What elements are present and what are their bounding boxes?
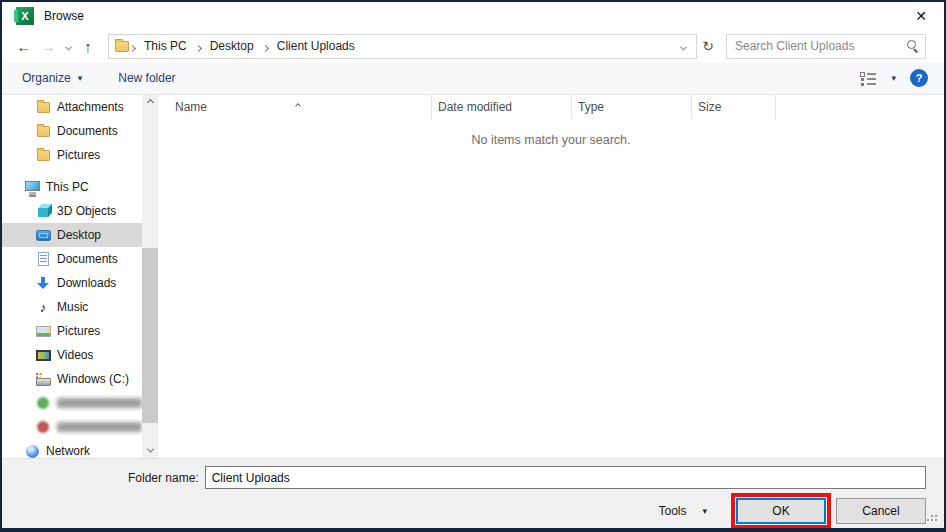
sidebar-item-music[interactable]: ♪ Music [2, 295, 142, 319]
breadcrumb-desktop[interactable]: Desktop [202, 39, 262, 53]
file-list-pane: Name Date modified Type Size No items ma… [158, 95, 944, 458]
sidebar-item-pictures-pinned[interactable]: Pictures [2, 143, 142, 167]
video-icon [35, 347, 51, 363]
sidebar-item-3d-objects[interactable]: 3D Objects [2, 199, 142, 223]
redacted-label [57, 398, 142, 408]
button-row: Tools ▾ OK Cancel [2, 493, 944, 529]
sidebar-item-this-pc[interactable]: This PC [2, 175, 142, 199]
red-annotation-box: OK [731, 493, 831, 529]
scrollbar-thumb[interactable] [142, 248, 158, 423]
sidebar-item-redacted-2[interactable] [2, 415, 142, 439]
excel-app-icon: X [16, 7, 34, 25]
navigation-pane: Attachments Documents Pictures This PC [2, 95, 158, 458]
breadcrumb-client-uploads[interactable]: Client Uploads [269, 39, 363, 53]
green-status-icon [35, 395, 51, 411]
ok-button[interactable]: OK [736, 498, 826, 524]
sidebar-item-desktop[interactable]: Desktop [2, 223, 142, 247]
drive-icon [35, 371, 51, 387]
tools-button[interactable]: Tools ▾ [658, 504, 707, 518]
up-icon[interactable]: ↑ [76, 38, 100, 55]
computer-icon [24, 179, 40, 195]
tools-dropdown-icon: ▾ [702, 506, 707, 516]
view-dropdown-icon[interactable]: ▾ [891, 73, 896, 83]
search-box[interactable] [726, 34, 926, 59]
column-header-size[interactable]: Size [692, 95, 776, 119]
breadcrumb-this-pc[interactable]: This PC [136, 39, 195, 53]
sort-ascending-icon [296, 97, 300, 111]
3d-cube-icon [35, 203, 51, 219]
scroll-up-icon[interactable] [142, 95, 158, 110]
folder-tree: Attachments Documents Pictures This PC [2, 95, 142, 458]
picture-icon [35, 323, 51, 339]
title-bar: X Browse ✕ [2, 2, 944, 30]
browse-dialog: X Browse ✕ ← → ↑ This PC Desktop Client … [0, 0, 946, 532]
sidebar-item-attachments[interactable]: Attachments [2, 95, 142, 119]
scroll-down-icon[interactable] [142, 443, 158, 458]
help-icon[interactable]: ? [910, 69, 928, 87]
dialog-footer: Folder name: Tools ▾ OK Cancel [2, 458, 944, 528]
toolbar-right: ▾ ? [860, 69, 928, 87]
folder-icon [35, 147, 51, 163]
sidebar-item-pictures[interactable]: Pictures [2, 319, 142, 343]
breadcrumb-separator-icon [263, 37, 268, 55]
search-input[interactable] [735, 39, 905, 53]
red-status-icon [35, 419, 51, 435]
sidebar-item-documents-pinned[interactable]: Documents [2, 119, 142, 143]
sidebar-item-downloads[interactable]: Downloads [2, 271, 142, 295]
empty-results-message: No items match your search. [158, 133, 944, 147]
column-header-row: Name Date modified Type Size [158, 95, 944, 119]
cancel-button[interactable]: Cancel [836, 498, 926, 524]
main-area: Attachments Documents Pictures This PC [2, 95, 944, 458]
tree-gap [2, 167, 142, 175]
resize-grip[interactable] [935, 511, 937, 513]
desktop-icon [35, 227, 51, 243]
window-title: Browse [44, 9, 84, 23]
breadcrumb-separator-icon [196, 37, 201, 55]
sidebar-item-windows-c[interactable]: Windows (C:) [2, 367, 142, 391]
music-note-icon: ♪ [35, 299, 51, 315]
sidebar-scrollbar[interactable] [142, 95, 158, 458]
column-header-type[interactable]: Type [572, 95, 692, 119]
folder-icon [35, 99, 51, 115]
details-view-icon[interactable] [860, 71, 877, 85]
refresh-icon[interactable]: ↻ [697, 38, 719, 54]
address-row: ← → ↑ This PC Desktop Client Uploads ↻ [2, 30, 944, 62]
sidebar-item-network[interactable]: Network [2, 439, 142, 458]
history-dropdown-icon[interactable] [60, 37, 76, 55]
forward-icon: → [36, 38, 60, 55]
folder-icon [115, 41, 129, 52]
close-icon[interactable]: ✕ [908, 8, 934, 24]
sidebar-item-redacted-1[interactable] [2, 391, 142, 415]
folder-name-label: Folder name: [128, 471, 199, 485]
folder-icon [35, 123, 51, 139]
folder-name-input[interactable] [205, 466, 926, 489]
breadcrumb-separator-icon [130, 37, 135, 55]
column-header-date-modified[interactable]: Date modified [432, 95, 572, 119]
sidebar-item-videos[interactable]: Videos [2, 343, 142, 367]
document-icon [35, 251, 51, 267]
redacted-label [57, 422, 142, 432]
new-folder-button[interactable]: New folder [118, 71, 175, 85]
sidebar-item-documents[interactable]: Documents [2, 247, 142, 271]
folder-name-row: Folder name: [2, 466, 944, 489]
back-icon[interactable]: ← [12, 38, 36, 55]
download-arrow-icon [35, 275, 51, 291]
organize-dropdown-icon: ▾ [78, 73, 83, 83]
breadcrumb[interactable]: This PC Desktop Client Uploads [108, 34, 697, 59]
search-icon[interactable] [905, 39, 919, 53]
command-toolbar: Organize ▾ New folder ▾ ? [2, 62, 944, 95]
column-header-name[interactable]: Name [158, 95, 432, 119]
organize-button[interactable]: Organize ▾ [22, 71, 82, 85]
address-dropdown-icon[interactable] [673, 37, 694, 55]
network-globe-icon [24, 443, 40, 458]
